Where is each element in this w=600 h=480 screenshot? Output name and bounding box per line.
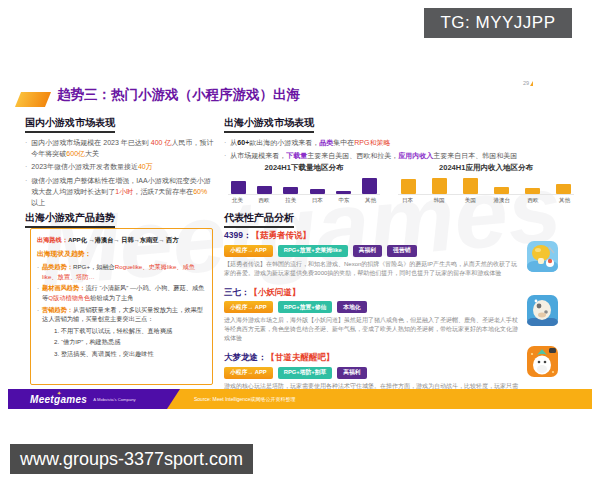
overseas-route-line: 出海路线：APP化 →港澳台→ 日韩→东南亚→ 西方 (37, 235, 207, 245)
chart-bar (257, 186, 272, 194)
chart-x-label: 北美 (228, 197, 247, 204)
logo-subtitle: A Mobvista's Company (93, 397, 135, 402)
page-corner-flag-icon (530, 81, 533, 86)
chart-bar (525, 188, 540, 194)
meetgames-logo: Meetgames ✦ (30, 394, 87, 405)
text-segment: 品类 (319, 139, 333, 146)
text-segment: 600亿 (66, 150, 85, 157)
text-segment: 营销趋势： (42, 306, 73, 313)
product-tag: 小程序→ APP (224, 245, 273, 257)
bullet-marker: · (25, 175, 27, 209)
product-title: 【小妖问道】 (250, 287, 301, 297)
bullet-marker: · (37, 262, 39, 281)
heading-overseas-market: 出海小游戏市场表现 (224, 116, 314, 133)
chart-bars (228, 178, 380, 195)
chart-bar (336, 191, 351, 194)
chart-bar (463, 178, 478, 194)
chart-x-label: 韩国 (429, 197, 448, 204)
charts-row: 2024H1下载量地区分布 北美西欧拉美日本中东其他 2024H1应用内收入地区… (228, 163, 574, 204)
chart-x-labels: 日本韩国美国港澳台西欧其他 (398, 197, 574, 204)
text-segment: RPG+，如融合 (73, 263, 115, 270)
text-segment: 60% (193, 188, 207, 195)
bullet-marker: · (37, 305, 39, 324)
chart-bar (556, 184, 571, 194)
bullet-text: 从市场规模来看，下载量主要来自美国、西欧和拉美，应用内收入主要来自日本、韩国和美… (230, 150, 517, 161)
bullet-text: 品类趋势：RPG+，如融合Roguelike、史莱姆like、咸鱼like、放置… (42, 262, 207, 281)
numbered-item: 1. 不用下载可以试玩，轻松解压、直给爽感 (54, 326, 207, 336)
chart-x-label: 中东 (334, 197, 353, 204)
downloads-region-chart: 2024H1下载量地区分布 北美西欧拉美日本中东其他 (228, 163, 380, 204)
chart-title: 2024H1下载量地区分布 (228, 163, 380, 173)
text-segment: 应用内收入 (398, 152, 433, 159)
bullet-marker: · (224, 137, 226, 148)
product-tag: 小程序→ APP (224, 301, 273, 313)
logo-star-icon: ✦ (57, 390, 62, 396)
heading-product-trends: 出海小游戏产品趋势 (25, 211, 115, 228)
chart-bars (398, 178, 574, 195)
chart-bar (283, 187, 298, 195)
revenue-region-chart: 2024H1应用内收入地区分布 日本韩国美国港澳台西欧其他 (398, 163, 574, 204)
chart-bar (494, 187, 509, 194)
site-url-watermark: www.groups-3377sport.com (10, 444, 253, 474)
text-segment: 40万 (138, 163, 153, 170)
chart-x-label: 西欧 (255, 197, 274, 204)
chart-x-label: 西欧 (524, 197, 543, 204)
text-segment: RPG和策略 (354, 139, 390, 146)
product-card-legend-of-mushroom: 4399：【菇勇者传说】 小程序→ APPRPG+放置+史莱姆like高福利强营… (224, 230, 524, 278)
chart-title: 2024H1应用内收入地区分布 (398, 163, 574, 173)
product-tags: 小程序→ APPRPG+放置+修仙本地化 (224, 301, 524, 313)
status-subheading: 出海现状及趋势： (37, 249, 207, 260)
chart-bar (231, 181, 246, 194)
product-company: 4399： (224, 230, 251, 240)
chart-x-label: 日本 (398, 197, 417, 204)
product-name: 三七：【小妖问道】 (224, 287, 524, 299)
product-company: 大梦龙途： (224, 352, 267, 362)
chart-x-label: 拉美 (281, 197, 300, 204)
product-tag: RPG+塔防+割草 (278, 367, 333, 379)
page-number: 29 (523, 80, 533, 86)
text-segment: 2023年微信小游戏开发者数量接近 (31, 163, 138, 170)
text-segment: 大关 (85, 150, 99, 157)
list-item: ·品类趋势：RPG+，如融合Roguelike、史莱姆like、咸鱼like、放… (37, 262, 207, 281)
bullet-text: 2023年微信小游戏开发者数量接近40万 (31, 161, 152, 172)
product-title: 【菇勇者传说】 (251, 230, 311, 240)
product-company: 三七： (224, 287, 250, 297)
bullet-marker: · (37, 283, 39, 302)
list-item: ·题材画风趋势：流行 “小清新风” —小鸡、小狗、蘑菇、咸鱼等Q版动植物角色纷纷… (37, 283, 207, 302)
product-tag: 小程序→ APP (224, 367, 273, 379)
chart-bar (310, 189, 325, 194)
overseas-bullet-list: ·从60+款出海的小游戏来看，品类集中在RPG和策略 ·从市场规模来看，下载量主… (224, 137, 575, 163)
numbered-item: 2. “借力IP”，构建熟悉感 (54, 337, 207, 347)
bullet-text: 从60+款出海的小游戏来看，品类集中在RPG和策略 (230, 137, 390, 148)
text-segment: 从市场规模来看， (230, 152, 286, 159)
chart-x-label: 日本 (308, 197, 327, 204)
page-number-text: 29 (523, 80, 529, 86)
text-segment: 款出海的小游戏来看， (249, 139, 319, 146)
bullet-marker: · (25, 137, 27, 159)
chart-x-label: 港澳台 (492, 197, 511, 204)
chart-x-labels: 北美西欧拉美日本中东其他 (228, 197, 380, 204)
footer-logo-band: Meetgames ✦ A Mobvista's Company (8, 389, 180, 409)
heading-domestic-market: 国内小游戏市场表现 (25, 116, 115, 133)
product-tag: 高福利 (337, 367, 366, 379)
representative-products-list: 4399：【菇勇者传说】 小程序→ APPRPG+放置+史莱姆like高福利强营… (224, 230, 524, 409)
slide-title: 趋势三：热门小游戏（小程序游戏）出海 (57, 86, 300, 104)
text-segment: 品类趋势： (42, 263, 73, 270)
product-title: 【甘道夫醒醒吧】 (267, 352, 335, 362)
text-segment: ，活跃7天留存率在 (133, 188, 193, 195)
product-trends-box: 出海路线：APP化 →港澳台→ 日韩→东南亚→ 西方 出海现状及趋势： ·品类趋… (30, 228, 213, 385)
bullet-text: 营销趋势：从营销获量来看，大多以买量投放为主，效果型达人营销为辅，买量创意主要突… (42, 305, 207, 324)
text-segment: 以上 (31, 199, 45, 206)
product-tag: 强营销 (387, 245, 416, 257)
bullet-marker: · (224, 150, 226, 161)
chart-bar (362, 178, 377, 194)
gandalf-wake-up-app-icon (527, 346, 558, 377)
slide-content: 29 趋势三：热门小游戏（小程序游戏）出海 国内小游戏市场表现 出海小游戏市场表… (0, 0, 600, 480)
list-item: ·国内小游戏市场规模在 2023 年已达到 400 亿人民币，预计今年将突破60… (25, 137, 214, 159)
bullet-marker: · (25, 161, 27, 172)
product-tag: 本地化 (337, 301, 366, 313)
product-tags: 小程序→ APPRPG+塔防+割草高福利 (224, 367, 524, 379)
text-segment: 出海路线： (37, 236, 68, 243)
legend-of-mushroom-app-icon (527, 241, 558, 272)
xiaoyao-wendao-app-icon (527, 295, 558, 326)
